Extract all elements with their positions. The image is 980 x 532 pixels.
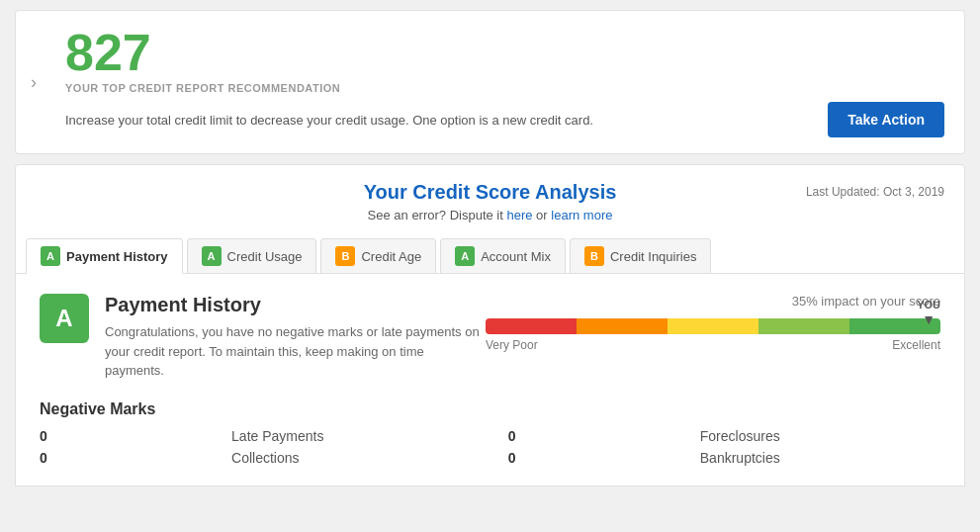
bar-very-poor (486, 318, 577, 334)
tab-credit-usage[interactable]: A Credit Usage (187, 238, 317, 273)
tab-grade-credit-inquiries: B (584, 246, 604, 266)
bar-label-right: Excellent (892, 338, 940, 352)
score-bar (486, 318, 940, 334)
tab-label-credit-age: Credit Age (361, 249, 421, 264)
bar-good (758, 318, 849, 334)
score-bar-container: YOU ▼ Very Poor Excellent (486, 318, 940, 352)
impact-label: 35% impact on your score (486, 294, 940, 309)
tab-grade-account-mix: A (455, 246, 475, 266)
tab-content: A Payment History Congratulations, you h… (15, 274, 965, 487)
bar-label-left: Very Poor (486, 338, 538, 352)
collections-count: 0 (40, 450, 208, 466)
bar-fair (668, 318, 758, 334)
payment-grade-badge: A (40, 294, 89, 343)
recommendation-label: YOUR TOP CREDIT REPORT RECOMMENDATION (65, 82, 944, 94)
marks-grid: 0 Late Payments 0 Foreclosures 0 Collect… (40, 428, 940, 466)
recommendation-text: Increase your total credit limit to decr… (65, 113, 593, 128)
collections-label: Collections (231, 450, 485, 466)
you-label: YOU (917, 299, 940, 310)
tab-payment-history[interactable]: A Payment History (26, 238, 183, 274)
chevron-icon[interactable]: › (31, 72, 37, 93)
tab-label-payment-history: Payment History (66, 249, 168, 264)
payment-header-row: A Payment History Congratulations, you h… (40, 294, 940, 381)
dispute-row: See an error? Dispute it here or learn m… (36, 208, 944, 222)
foreclosures-label: Foreclosures (700, 428, 940, 444)
payment-title: Payment History (105, 294, 486, 316)
tabs-row: A Payment History A Credit Usage B Credi… (16, 230, 964, 273)
learn-more-link[interactable]: learn more (551, 208, 612, 222)
analysis-header: Your Credit Score Analysis Last Updated:… (16, 165, 964, 230)
dispute-prefix: See an error? Dispute it (368, 208, 507, 222)
you-indicator: YOU ▼ (917, 299, 940, 326)
tab-label-credit-inquiries: Credit Inquiries (610, 249, 696, 264)
tab-grade-payment-history: A (41, 246, 60, 266)
payment-info: Payment History Congratulations, you hav… (105, 294, 486, 381)
payment-right: 35% impact on your score YOU ▼ Very Poor… (486, 294, 940, 358)
last-updated: Last Updated: Oct 3, 2019 (806, 185, 944, 199)
payment-description: Congratulations, you have no negative ma… (105, 322, 486, 381)
recommendation-row: Increase your total credit limit to decr… (65, 102, 944, 137)
tab-account-mix[interactable]: A Account Mix (440, 238, 566, 273)
negative-marks-title: Negative Marks (40, 400, 940, 418)
top-banner: › 827 YOUR TOP CREDIT REPORT RECOMMENDAT… (15, 10, 965, 154)
you-arrow-icon: ▼ (922, 312, 935, 326)
payment-left: A Payment History Congratulations, you h… (40, 294, 486, 381)
bar-poor (577, 318, 668, 334)
bar-labels: Very Poor Excellent (486, 338, 940, 352)
tab-credit-inquiries[interactable]: B Credit Inquiries (570, 238, 711, 273)
take-action-button[interactable]: Take Action (828, 102, 944, 137)
bankruptcies-label: Bankruptcies (700, 450, 940, 466)
late-payments-count: 0 (40, 428, 208, 444)
dispute-here-link[interactable]: here (506, 208, 532, 222)
foreclosures-count: 0 (508, 428, 676, 444)
bankruptcies-count: 0 (508, 450, 676, 466)
tab-grade-credit-usage: A (202, 246, 222, 266)
late-payments-label: Late Payments (231, 428, 485, 444)
credit-score: 827 (65, 27, 944, 78)
tab-credit-age[interactable]: B Credit Age (320, 238, 436, 273)
dispute-or: or (533, 208, 552, 222)
negative-marks: Negative Marks 0 Late Payments 0 Foreclo… (40, 400, 940, 466)
tab-grade-credit-age: B (335, 246, 355, 266)
tab-label-credit-usage: Credit Usage (227, 249, 303, 264)
analysis-section: Your Credit Score Analysis Last Updated:… (15, 164, 965, 274)
tab-label-account-mix: Account Mix (481, 249, 551, 264)
